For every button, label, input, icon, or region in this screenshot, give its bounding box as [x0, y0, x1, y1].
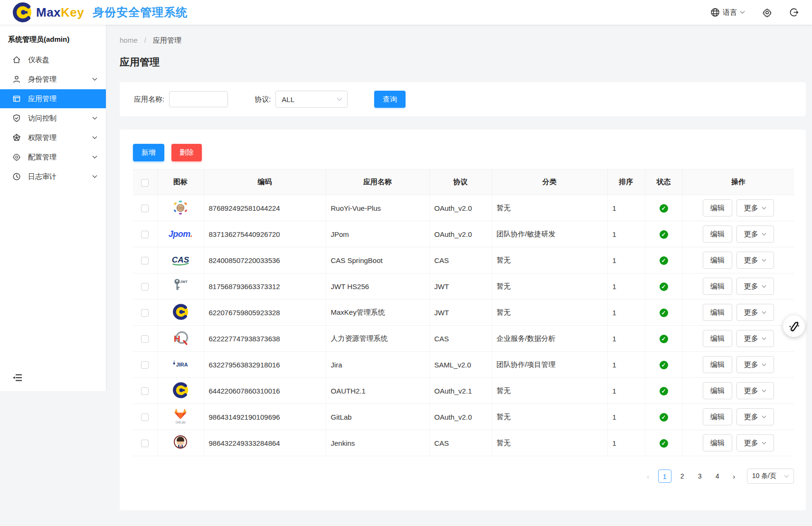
protocol-select[interactable]: ALL — [275, 91, 348, 108]
edit-button[interactable]: 编辑 — [703, 199, 732, 216]
add-button[interactable]: 新增 — [133, 144, 164, 161]
pagination-next-icon[interactable]: › — [728, 472, 740, 480]
delete-button[interactable]: 删除 — [171, 144, 202, 161]
more-button[interactable]: 更多 — [736, 199, 774, 216]
brand-max: Max — [36, 5, 61, 19]
more-button[interactable]: 更多 — [736, 356, 774, 373]
language-switcher[interactable]: 语言 — [710, 8, 745, 17]
more-button[interactable]: 更多 — [736, 278, 774, 295]
row-checkbox[interactable] — [141, 440, 149, 447]
col-category: 分类 — [491, 169, 607, 195]
chevron-down-icon — [92, 175, 97, 178]
sidebar-item-permission[interactable]: 权限管理 — [0, 128, 106, 147]
more-button[interactable]: 更多 — [736, 408, 774, 425]
cell-actions: 编辑更多 — [682, 378, 794, 404]
cell-category: 暂无 — [491, 300, 607, 326]
cell-sort: 1 — [607, 195, 645, 221]
cell-actions: 编辑更多 — [682, 273, 794, 300]
row-checkbox[interactable] — [141, 387, 149, 395]
filter-panel: 应用名称: 协议: ALL 查询 — [120, 82, 806, 116]
brand-subtitle: 身份安全管理系统 — [93, 5, 188, 20]
edit-button[interactable]: 编辑 — [703, 382, 732, 399]
edit-button[interactable]: 编辑 — [703, 252, 732, 269]
sidebar-item-apps[interactable]: 应用管理 — [0, 89, 106, 108]
page-title: 应用管理 — [106, 45, 812, 69]
brand-text: MaxKey — [36, 5, 84, 20]
cell-name: Jira — [326, 352, 429, 378]
cell-name: OAUTH2.1 — [326, 378, 429, 404]
sidebar-item-dashboard[interactable]: 仪表盘 — [0, 50, 106, 69]
sidebar-collapse-icon[interactable] — [12, 373, 23, 385]
gitlab-icon: GitLab — [171, 407, 190, 425]
edit-button[interactable]: 编辑 — [703, 408, 732, 425]
pagination-page-4[interactable]: 4 — [711, 470, 724, 483]
logout-icon[interactable] — [789, 8, 799, 17]
edit-button[interactable]: 编辑 — [703, 434, 732, 451]
sidebar-item-config[interactable]: 配置管理 — [0, 148, 106, 167]
edit-button[interactable]: 编辑 — [703, 356, 732, 373]
row-checkbox[interactable] — [141, 231, 149, 238]
more-button[interactable]: 更多 — [736, 304, 774, 321]
edit-button[interactable]: 编辑 — [703, 225, 732, 243]
sidebar-item-access[interactable]: 访问控制 — [0, 109, 106, 128]
sidebar-item-label: 日志审计 — [28, 172, 57, 181]
status-enabled-icon: ✓ — [660, 282, 668, 291]
pagination-prev-icon[interactable]: ‹ — [642, 472, 654, 480]
pagination-page-2[interactable]: 2 — [676, 470, 689, 483]
row-checkbox[interactable] — [141, 309, 149, 317]
dashboard-icon — [12, 56, 21, 64]
cell-select — [133, 300, 157, 326]
more-button[interactable]: 更多 — [736, 382, 774, 399]
breadcrumb-home[interactable]: home — [120, 36, 138, 44]
chevron-down-icon — [762, 207, 766, 210]
brand: MaxKey 身份安全管理系统 — [0, 2, 188, 22]
cell-sort: 1 — [607, 404, 645, 430]
more-button[interactable]: 更多 — [736, 434, 774, 451]
cell-status: ✓ — [645, 352, 682, 378]
pagination-page-3[interactable]: 3 — [693, 470, 707, 483]
magic-wand-fab[interactable] — [783, 315, 805, 337]
edit-button[interactable]: 编辑 — [703, 278, 732, 295]
sidebar-item-audit[interactable]: 日志审计 — [0, 167, 106, 186]
svg-text:JIRA: JIRA — [176, 362, 188, 367]
sidebar-item-identity[interactable]: 身份管理 — [0, 70, 106, 89]
row-checkbox[interactable] — [141, 283, 149, 291]
cell-select — [133, 430, 157, 456]
settings-gear-icon[interactable] — [762, 8, 772, 18]
cell-code: 622076759805923328 — [204, 300, 326, 326]
row-checkbox[interactable] — [141, 257, 149, 264]
more-button[interactable]: 更多 — [736, 330, 774, 347]
more-button[interactable]: 更多 — [736, 252, 774, 269]
chevron-down-icon — [762, 389, 766, 393]
row-checkbox[interactable] — [141, 335, 149, 343]
cell-category: 团队协作/敏捷研发 — [491, 221, 607, 247]
admin-label: 系统管理员(admin) — [0, 25, 106, 50]
cell-status: ✓ — [645, 221, 682, 247]
cell-status: ✓ — [645, 195, 682, 221]
sidebar-item-label: 访问控制 — [28, 114, 57, 123]
chevron-down-icon — [337, 97, 342, 101]
pagination-page-1[interactable]: 1 — [658, 470, 671, 483]
search-button[interactable]: 查询 — [374, 91, 406, 108]
chevron-down-icon — [762, 285, 766, 288]
select-all-checkbox[interactable] — [141, 179, 149, 187]
app-header: MaxKey 身份安全管理系统 语言 — [0, 0, 812, 25]
row-checkbox[interactable] — [141, 413, 149, 421]
edit-button[interactable]: 编辑 — [703, 330, 732, 347]
row-checkbox[interactable] — [141, 205, 149, 212]
cell-select — [133, 221, 157, 247]
cell-actions: 编辑更多 — [682, 300, 794, 326]
cell-sort: 1 — [607, 273, 645, 300]
edit-button[interactable]: 编辑 — [703, 304, 732, 321]
cell-protocol: JWT — [429, 273, 491, 300]
page-size-select[interactable]: 10 条/页 — [747, 469, 794, 484]
more-button[interactable]: 更多 — [736, 225, 774, 243]
cell-icon — [157, 300, 204, 326]
cell-icon: CAS — [157, 247, 204, 273]
cell-status: ✓ — [645, 300, 682, 326]
protocol-selected-value: ALL — [282, 95, 294, 103]
app-name-input[interactable] — [169, 91, 228, 107]
row-checkbox[interactable] — [141, 361, 149, 369]
jenkins-icon — [171, 433, 190, 451]
cell-name: MaxKey管理系统 — [326, 300, 429, 326]
